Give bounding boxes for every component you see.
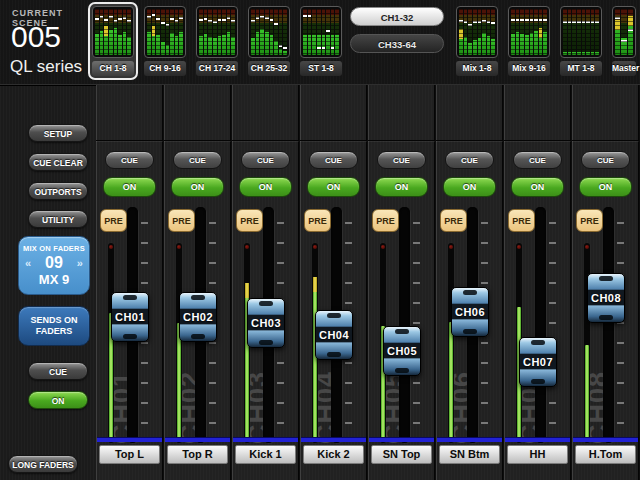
channel-name[interactable]: SN Btm: [439, 445, 500, 464]
pre-indicator[interactable]: PRE: [508, 209, 535, 232]
channel-strip-ch03: CUEONPRECH03CH03Kick 1: [232, 85, 299, 480]
setup-button[interactable]: SETUP: [28, 124, 88, 142]
meter-bar: [109, 9, 113, 55]
utility-button[interactable]: UTILITY: [28, 210, 88, 228]
fader-scale-tick: [481, 422, 488, 424]
on-button[interactable]: ON: [103, 177, 156, 197]
meter-bar: [170, 9, 174, 55]
fader-cap[interactable]: CH07: [519, 337, 557, 387]
sidebar-cue-button[interactable]: CUE: [28, 362, 88, 380]
meter-block-master[interactable]: Master: [608, 2, 640, 80]
channel-name[interactable]: Top L: [99, 445, 160, 464]
fader-cap[interactable]: CH01: [111, 292, 149, 342]
long-faders-button[interactable]: LONG FADERS: [8, 455, 78, 473]
meter-block-label: CH 1-8: [92, 61, 134, 76]
meter-block-ch-9-16[interactable]: CH 9-16: [140, 2, 190, 80]
on-button[interactable]: ON: [375, 177, 428, 197]
layer-button-ch1-32[interactable]: CH1-32: [350, 7, 444, 26]
on-button[interactable]: ON: [239, 177, 292, 197]
channel-name[interactable]: HH: [507, 445, 568, 464]
fader-cap[interactable]: CH03: [247, 298, 285, 348]
peak-hold-indicator: [265, 17, 269, 19]
channel-name[interactable]: Top R: [167, 445, 228, 464]
pre-indicator[interactable]: PRE: [236, 209, 263, 232]
fader-scale-tick: [481, 342, 488, 344]
mix-on-faders-panel[interactable]: MIX ON FADERS « 09 » MX 9: [18, 236, 90, 295]
cue-button[interactable]: CUE: [581, 151, 630, 169]
meter-fill: [218, 36, 222, 55]
meter-bar: [270, 9, 274, 55]
channel-name[interactable]: Kick 2: [303, 445, 364, 464]
meter-bars: [248, 6, 290, 58]
meter-block-mix-9-16[interactable]: Mix 9-16: [504, 2, 554, 80]
peak-hold-indicator: [204, 18, 208, 20]
peak-hold-indicator: [218, 19, 222, 21]
meter-bar: [568, 9, 572, 55]
fader-scale-tick: [413, 282, 420, 284]
cue-button[interactable]: CUE: [173, 151, 222, 169]
pre-indicator[interactable]: PRE: [100, 209, 127, 232]
meter-fill: [123, 32, 127, 55]
meter-bar: [204, 9, 208, 55]
meter-block-ch-17-24[interactable]: CH 17-24: [192, 2, 242, 80]
pre-indicator[interactable]: PRE: [576, 209, 603, 232]
outports-button[interactable]: OUTPORTS: [28, 182, 88, 200]
meter-bar: [213, 9, 217, 55]
fader-scale-tick: [481, 262, 488, 264]
sidebar-on-button[interactable]: ON: [28, 391, 88, 409]
fader-cap[interactable]: CH02: [179, 292, 217, 342]
fader-scale-tick: [345, 282, 352, 284]
fader-scale-tick: [141, 402, 148, 404]
prev-mix-icon[interactable]: «: [25, 257, 31, 269]
meter-bar: [227, 9, 231, 55]
pre-indicator[interactable]: PRE: [440, 209, 467, 232]
pre-indicator[interactable]: PRE: [304, 209, 331, 232]
current-scene-panel[interactable]: CURRENT SCENE 005 QL series: [0, 0, 88, 85]
on-button[interactable]: ON: [307, 177, 360, 197]
cue-button[interactable]: CUE: [445, 151, 494, 169]
meter-fill: [256, 32, 260, 55]
on-button[interactable]: ON: [511, 177, 564, 197]
pre-indicator[interactable]: PRE: [372, 209, 399, 232]
channel-name[interactable]: Kick 1: [235, 445, 296, 464]
fader-track[interactable]: [535, 207, 546, 443]
fader-track[interactable]: [603, 207, 614, 443]
peak-hold-indicator: [530, 19, 534, 21]
sends-on-faders-button[interactable]: SENDS ON FADERS: [18, 306, 90, 346]
peak-hold-indicator: [118, 18, 122, 20]
channel-name[interactable]: SN Top: [371, 445, 432, 464]
meter-block-label: Master: [612, 61, 636, 76]
cue-button[interactable]: CUE: [309, 151, 358, 169]
meter-block-mt-1-8[interactable]: MT 1-8: [556, 2, 606, 80]
fader-cap[interactable]: CH05: [383, 326, 421, 376]
cue-button[interactable]: CUE: [105, 151, 154, 169]
meter-bar: [256, 9, 260, 55]
fader-cap[interactable]: CH04: [315, 310, 353, 360]
on-button[interactable]: ON: [579, 177, 632, 197]
meter-bar: [279, 9, 283, 55]
meter-bar: [166, 9, 170, 55]
meter-block-mix-1-8[interactable]: Mix 1-8: [452, 2, 502, 80]
cue-button[interactable]: CUE: [241, 151, 290, 169]
fader-cap[interactable]: CH06: [451, 287, 489, 337]
cue-button[interactable]: CUE: [377, 151, 426, 169]
on-button[interactable]: ON: [171, 177, 224, 197]
fader-track[interactable]: [399, 207, 410, 443]
meter-fill: [179, 32, 183, 55]
cue-button[interactable]: CUE: [513, 151, 562, 169]
on-button[interactable]: ON: [443, 177, 496, 197]
next-mix-icon[interactable]: »: [77, 257, 83, 269]
layer-button-ch33-64[interactable]: CH33-64: [350, 34, 444, 53]
meter-fill: [331, 35, 335, 55]
peak-hold-indicator: [222, 19, 226, 21]
fader-scale-tick: [617, 342, 624, 344]
meter-fill: [100, 31, 104, 55]
fader-scale-tick: [277, 362, 284, 364]
cue-clear-button[interactable]: CUE CLEAR: [28, 153, 88, 171]
fader-cap[interactable]: CH08: [587, 273, 625, 323]
meter-block-ch-25-32[interactable]: CH 25-32: [244, 2, 294, 80]
channel-name[interactable]: H.Tom: [575, 445, 636, 464]
pre-indicator[interactable]: PRE: [168, 209, 195, 232]
meter-block-ch-1-8[interactable]: CH 1-8: [88, 2, 138, 80]
meter-block-st-1-8[interactable]: ST 1-8: [296, 2, 346, 80]
